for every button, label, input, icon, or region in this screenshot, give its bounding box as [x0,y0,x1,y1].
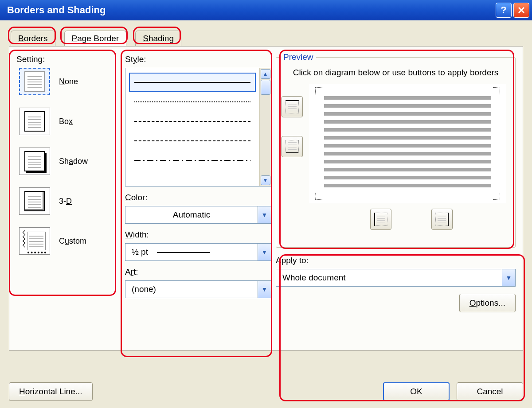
color-value: Automatic [125,210,258,220]
art-combo[interactable]: (none) ▼ [125,280,271,298]
style-rows [125,68,259,186]
setting-3d-icon [19,187,50,215]
cancel-button[interactable]: Cancel [457,382,523,401]
preview-page-lines [324,96,491,190]
setting-box[interactable]: Box Box [19,108,121,135]
apply-to-label: Apply to: [276,256,516,265]
width-combo-arrow[interactable]: ▼ [258,244,271,260]
setting-shadow[interactable]: Shadow Shadow [19,148,121,175]
close-icon [517,6,525,14]
setting-3d[interactable]: 3-D 3-D [19,187,121,215]
width-label: Width: [125,230,271,240]
style-column: Style: Style: ▲ ▼ [125,54,271,341]
setting-custom-label: Custom [59,237,86,246]
width-combo[interactable]: ½ pt ▼ [125,243,271,261]
apply-to-block: Apply to: Apply to: Whole document ▼ Opt… [276,256,516,312]
setting-column: Setting: None None Box Box Shadow [16,54,121,341]
setting-shadow-icon [19,148,50,175]
corner-marker-bl [315,193,322,200]
options-button[interactable]: Options... [459,294,516,312]
preview-title: Preview [281,52,316,62]
color-combo[interactable]: Automatic ▼ [125,206,271,224]
setting-box-icon [19,108,50,135]
setting-shadow-label: Shadow [59,157,88,166]
border-top-button[interactable] [282,96,303,117]
apply-to-value: Whole document [276,273,502,283]
scroll-up-button[interactable]: ▲ [261,69,270,79]
titlebar: Borders and Shading ? [0,0,532,20]
edge-buttons-vertical [282,96,303,157]
corner-marker-tr [493,87,500,94]
corner-marker-tl [315,87,322,94]
setting-label: Setting: [16,54,121,64]
setting-custom-icon [19,227,50,255]
zigzag-icon [22,230,26,248]
preview-diagram[interactable] [309,84,506,203]
corner-marker-br [493,193,500,200]
style-scrollbar[interactable]: ▲ ▼ [259,68,271,186]
scroll-down-button[interactable]: ▼ [261,175,270,185]
setting-3d-label: 3-D [59,197,72,206]
setting-custom[interactable]: Custom Custom [19,227,121,255]
tab-panel: Setting: None None Box Box Shadow [9,46,523,351]
ok-button[interactable]: OK [383,382,450,401]
dialog-body: Borders Page Border Shading Borders Page… [0,20,532,408]
color-combo-arrow[interactable]: ▼ [258,206,271,223]
border-right-button[interactable] [431,209,453,230]
border-bottom-button[interactable] [282,136,303,157]
horizontal-line-button[interactable]: Horizontal Line... [9,382,93,401]
close-button[interactable] [513,3,529,18]
preview-column: Preview Click on diagram below or use bu… [276,54,516,341]
style-option-dashed-small[interactable] [129,112,256,131]
setting-box-label: Box [59,117,73,126]
dash-dot-line-icon [134,159,250,161]
style-option-solid[interactable] [129,73,256,92]
width-value: ½ pt [125,247,258,257]
tab-shading[interactable]: Shading [135,31,181,46]
apply-to-combo-arrow[interactable]: ▼ [502,269,515,286]
bottom-button-row: Horizontal Line... Horizontal Line... OK… [9,382,523,401]
help-button[interactable]: ? [496,3,512,18]
tab-strip: Borders Page Border Shading [11,30,521,46]
art-combo-arrow[interactable]: ▼ [258,281,271,298]
style-option-dash-dot[interactable] [129,151,256,170]
style-listbox[interactable]: ▲ ▼ [125,68,271,187]
setting-none-icon [19,68,50,95]
preview-stage [282,84,510,203]
style-option-dashed-large[interactable] [129,131,256,151]
art-value: (none) [125,284,258,294]
color-label: Color: [125,193,271,202]
tab-borders[interactable]: Borders [11,31,55,46]
apply-to-combo[interactable]: Whole document ▼ [276,269,516,287]
scroll-thumb[interactable] [261,80,270,95]
setting-none[interactable]: None None [19,68,121,95]
preview-group: Preview Click on diagram below or use bu… [276,57,516,248]
setting-none-label: None [59,77,78,86]
preview-hint: Click on diagram below or use buttons to… [290,67,501,78]
style-option-dotted[interactable] [129,92,256,112]
border-left-button[interactable] [370,209,391,230]
window-title: Borders and Shading [7,4,494,16]
tab-page-border[interactable]: Page Border [64,31,127,47]
edge-buttons-horizontal [313,209,510,230]
art-label: Art: [125,267,271,277]
style-label: Style: [125,54,271,64]
